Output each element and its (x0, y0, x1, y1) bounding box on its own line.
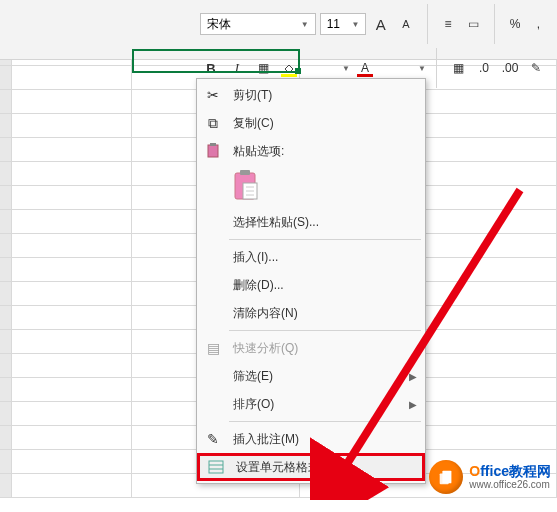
menu-paste-options-header: 粘贴选项: (197, 137, 425, 165)
menu-format-cells[interactable]: 设置单元格格式(F)... (197, 453, 425, 481)
decrease-decimal-button[interactable]: .0 (473, 57, 495, 79)
comma-button[interactable]: , (530, 13, 547, 35)
watermark-brand: Office教程网 (469, 464, 551, 479)
chevron-down-icon[interactable]: ▼ (342, 64, 350, 73)
menu-clear-contents[interactable]: 清除内容(N) (197, 299, 425, 327)
menu-delete[interactable]: 删除(D)... (197, 271, 425, 299)
menu-paste-special[interactable]: 选择性粘贴(S)... (197, 208, 425, 236)
chevron-down-icon: ▼ (301, 20, 309, 29)
format-painter-button[interactable]: ✎ (525, 57, 547, 79)
decrease-font-button[interactable]: A (395, 13, 416, 35)
font-color-button[interactable]: A (354, 57, 376, 79)
separator (427, 4, 428, 44)
svg-rect-13 (440, 473, 449, 484)
quick-analysis-icon: ▤ (201, 340, 225, 356)
font-name-dropdown[interactable]: 宋体 ▼ (200, 13, 316, 35)
menu-sort[interactable]: 排序(O) ▶ (197, 390, 425, 418)
context-menu: ✂ 剪切(T) ⧉ 复制(C) 粘贴选项: 选择性粘贴(S)... 插入(I).… (196, 78, 426, 484)
copy-icon: ⧉ (201, 115, 225, 132)
menu-quick-analysis: ▤ 快速分析(Q) (197, 334, 425, 362)
comment-icon: ✎ (201, 431, 225, 447)
menu-cut[interactable]: ✂ 剪切(T) (197, 81, 425, 109)
watermark: Office教程网 www.office26.com (429, 460, 551, 494)
percent-button[interactable]: % (505, 13, 526, 35)
svg-rect-0 (208, 145, 218, 157)
menu-separator (229, 421, 421, 422)
submenu-arrow-icon: ▶ (409, 399, 417, 410)
scissors-icon: ✂ (201, 87, 225, 103)
watermark-logo-icon (429, 460, 463, 494)
chevron-down-icon[interactable]: ▼ (418, 64, 426, 73)
wrap-text-button[interactable]: ▭ (463, 13, 484, 35)
font-size-dropdown[interactable]: 11 ▼ (320, 13, 367, 35)
menu-insert-comment[interactable]: ✎ 插入批注(M) (197, 425, 425, 453)
svg-rect-8 (209, 461, 223, 473)
align-button[interactable]: ≡ (437, 13, 458, 35)
active-cell-selection[interactable] (132, 49, 300, 73)
separator (436, 48, 437, 88)
increase-font-button[interactable]: A (370, 13, 391, 35)
clipboard-icon (201, 143, 225, 159)
svg-rect-1 (210, 143, 216, 146)
menu-separator (229, 239, 421, 240)
font-size-value: 11 (327, 17, 340, 31)
separator (494, 4, 495, 44)
increase-decimal-button[interactable]: .00 (499, 57, 521, 79)
merge-button[interactable]: ▦ (447, 57, 469, 79)
chevron-down-icon: ▼ (351, 20, 359, 29)
submenu-arrow-icon: ▶ (409, 371, 417, 382)
menu-copy[interactable]: ⧉ 复制(C) (197, 109, 425, 137)
paste-option-button[interactable] (233, 169, 425, 204)
format-cells-icon (204, 460, 228, 474)
svg-rect-3 (240, 170, 250, 175)
font-name-value: 宋体 (207, 16, 231, 33)
menu-separator (229, 330, 421, 331)
menu-filter[interactable]: 筛选(E) ▶ (197, 362, 425, 390)
watermark-url: www.office26.com (469, 479, 551, 490)
menu-insert[interactable]: 插入(I)... (197, 243, 425, 271)
